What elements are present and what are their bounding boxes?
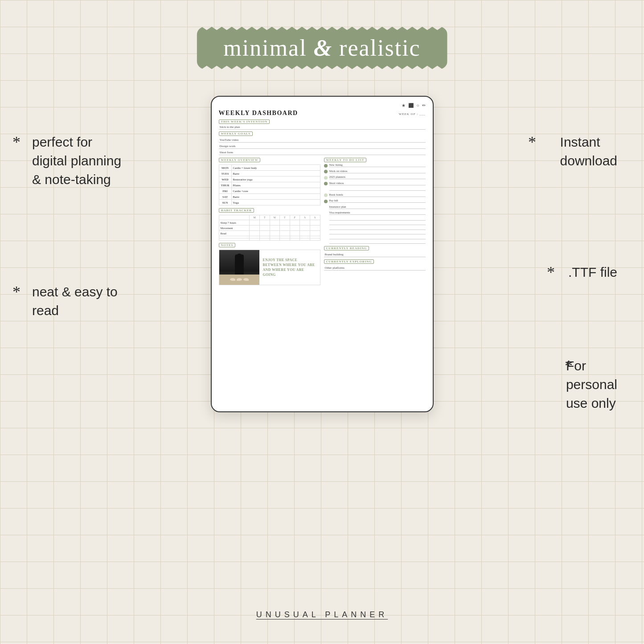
table-row: Read — [219, 231, 320, 236]
todo-text-4[interactable]: Short videos — [329, 181, 426, 185]
two-col-section: WEEKLY OVERVIEW MON Cardio + lower body … — [219, 158, 426, 285]
habit-day-s2: S — [310, 215, 320, 220]
activity-thur[interactable]: Pilates — [231, 182, 320, 188]
day-sun: SUN — [219, 200, 231, 205]
todo-text-3[interactable]: 2025 planners — [329, 175, 426, 179]
planner-title-row: WEEKLY DASHBOARD WEEK OF : ___ — [219, 110, 426, 117]
goals-label: WEEKLY GOALS — [219, 131, 253, 136]
habit-day-w: W — [270, 215, 280, 220]
todo-circle-6 — [324, 193, 328, 197]
habit-day-t1: T — [260, 215, 270, 220]
calendar-icon: ⬛ — [408, 103, 414, 108]
right-asterisk-2: * — [547, 263, 555, 282]
todo-text-8[interactable]: Insurance plan — [329, 205, 426, 209]
activity-tues[interactable]: Barre — [231, 171, 320, 176]
day-tues: TUES — [219, 171, 231, 176]
todo-item-5 — [324, 187, 426, 192]
habit-day-m: M — [250, 215, 260, 220]
day-thur: THUR — [219, 182, 231, 188]
week-of-label: WEEK OF : ___ — [399, 112, 426, 116]
habit-tracker-section: HABIT TRACKER M T W T F S S — [219, 208, 320, 241]
notes-quote: ENJOY THE SPACE BETWEEN WHERE YOU ARE AN… — [259, 250, 320, 285]
footer-brand: UNUSUAL PLANNER — [256, 610, 388, 619]
activity-wed[interactable]: Restorative yoga — [231, 176, 320, 182]
todo-section: WEEKLY TO DO LIST New listing Work on vi… — [324, 158, 426, 285]
hero-badge: minimal & realistic — [197, 27, 447, 69]
todo-circle-3 — [324, 176, 328, 180]
notes-label: NOTES — [219, 243, 236, 247]
todo-empty-1[interactable] — [329, 217, 426, 221]
todo-empty-6[interactable] — [329, 240, 426, 244]
todo-empty-5[interactable] — [329, 236, 426, 239]
habit-day-f: F — [290, 215, 300, 220]
planner-title: WEEKLY DASHBOARD — [219, 110, 298, 117]
table-row: Movement — [219, 226, 320, 231]
todo-item-8: Insurance plan — [324, 205, 426, 210]
notes-quote-text: ENJOY THE SPACE BETWEEN WHERE YOU ARE AN… — [263, 258, 316, 278]
notes-photo — [219, 250, 259, 285]
habit-day-s1: S — [300, 215, 310, 220]
intention-value[interactable]: Stick to the plan — [219, 125, 426, 130]
currently-exploring-value[interactable]: Other platforms — [324, 266, 426, 271]
todo-circle-1 — [324, 164, 328, 168]
overview-section: WEEKLY OVERVIEW MON Cardio + lower body … — [219, 158, 320, 285]
day-fri: FRI — [219, 188, 231, 194]
todo-circle-7 — [324, 200, 328, 203]
currently-reading-label: CURRENTLY READING — [324, 246, 369, 250]
habit-sleep: Sleep 7 hours — [219, 220, 250, 226]
todo-text-9[interactable]: Visa requirements — [329, 211, 426, 215]
table-row: MON Cardio + lower body — [219, 165, 320, 171]
todo-text-5[interactable] — [329, 187, 426, 191]
day-wed: WED — [219, 176, 231, 182]
star-icon: ★ — [402, 103, 406, 108]
planner-device: ★ ⬛ ○ ✏ WEEKLY DASHBOARD WEEK OF : ___ T… — [211, 96, 434, 412]
table-row: FRI Cardio +core — [219, 188, 320, 194]
table-row: TUES Barre — [219, 171, 320, 176]
habit-tracker-label: HABIT TRACKER — [219, 208, 254, 213]
todo-empty-2[interactable] — [329, 222, 426, 225]
circle-icon: ○ — [416, 103, 419, 108]
notes-image-area: ENJOY THE SPACE BETWEEN WHERE YOU ARE AN… — [219, 250, 320, 285]
left-asterisk-1: * — [12, 133, 21, 152]
habit-movement: Movement — [219, 226, 250, 231]
todo-empty-3[interactable] — [329, 226, 426, 230]
habit-table: M T W T F S S Sleep 7 hours — [219, 215, 320, 241]
day-sat: SAT — [219, 194, 231, 200]
activity-sun[interactable]: Yoga — [231, 200, 320, 205]
left-asterisk-2: * — [12, 283, 21, 301]
table-row — [219, 238, 320, 241]
habit-read: Read — [219, 231, 250, 236]
currently-exploring-section: CURRENTLY EXPLORING Other platforms — [324, 259, 426, 271]
currently-reading-section: CURRENTLY READING Brand building — [324, 246, 426, 257]
todo-circle-2 — [324, 170, 328, 173]
activity-sat[interactable]: Barre — [231, 194, 320, 200]
todo-item-1: New listing — [324, 163, 426, 168]
left-label-digital-planning: perfect fordigital planning& note-taking — [32, 133, 121, 189]
table-row: SAT Barre — [219, 194, 320, 200]
notes-section: NOTES — [219, 243, 320, 285]
hero-badge-text: minimal & realistic — [223, 35, 420, 61]
todo-item-4: Short videos — [324, 181, 426, 187]
table-row: THUR Pilates — [219, 182, 320, 188]
todo-label: WEEKLY TO DO LIST — [324, 158, 367, 162]
goal-item-3[interactable]: Short form — [219, 150, 426, 155]
todo-item-2: Work on videos — [324, 169, 426, 175]
left-label-neat-easy: neat & easy toread — [32, 283, 118, 320]
todo-text-7[interactable]: Pay bill — [329, 199, 426, 203]
todo-item-9: Visa requirements — [324, 211, 426, 216]
overview-table: MON Cardio + lower body TUES Barre WED R… — [219, 164, 320, 205]
todo-item-6: Book hotels — [324, 193, 426, 198]
activity-fri[interactable]: Cardio +core — [231, 188, 320, 194]
todo-text-6[interactable]: Book hotels — [329, 193, 426, 197]
todo-text-2[interactable]: Work on videos — [329, 169, 426, 173]
todo-text-1[interactable]: New listing — [329, 163, 426, 167]
activity-mon[interactable]: Cardio + lower body — [231, 165, 320, 171]
table-row: Sleep 7 hours — [219, 220, 320, 226]
todo-empty-4[interactable] — [329, 231, 426, 234]
goal-item-1[interactable]: YouTube video — [219, 138, 426, 143]
currently-reading-value[interactable]: Brand building — [324, 252, 426, 257]
intention-label: THIS WEEK'S INTENTION — [219, 119, 270, 124]
intention-section: THIS WEEK'S INTENTION Stick to the plan — [219, 119, 426, 130]
right-label-instant-download: Instantdownload — [560, 133, 617, 170]
goal-item-2[interactable]: Design work — [219, 144, 426, 149]
